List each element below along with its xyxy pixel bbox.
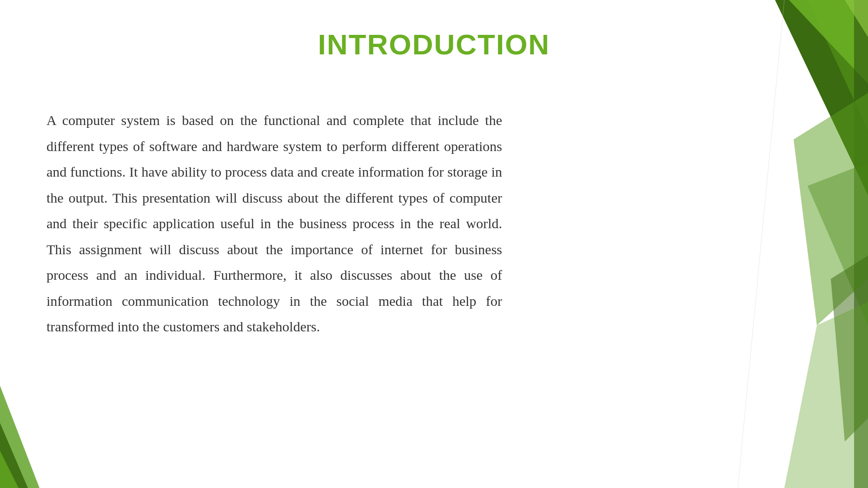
content-section: A computer system is based on the functi…	[0, 70, 558, 358]
svg-line-8	[738, 0, 784, 488]
svg-marker-7	[784, 302, 868, 488]
top-right-decoration	[715, 0, 868, 488]
body-paragraph: A computer system is based on the functi…	[46, 107, 502, 340]
slide: INTRODUCTION A computer system is based …	[0, 0, 868, 488]
bottom-left-decoration	[0, 339, 40, 488]
